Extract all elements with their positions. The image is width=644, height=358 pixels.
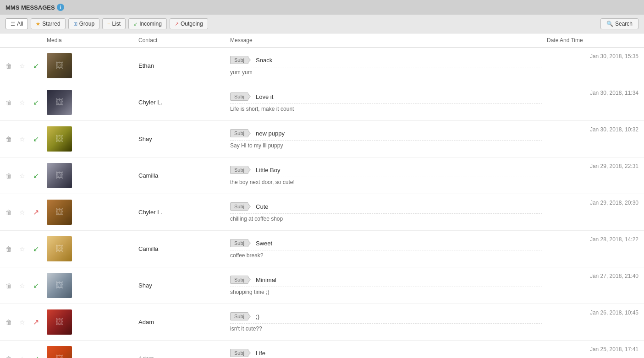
- delete-icon[interactable]: 🗑: [6, 99, 19, 106]
- subject-badge: Subj: [230, 56, 248, 64]
- message-cell: Subj Little Boy the boy next door, so cu…: [230, 166, 547, 185]
- direction-icon: ↙: [33, 135, 47, 143]
- date-time: Jan 29, 2018, 20:30: [547, 199, 638, 206]
- date-time: Jan 25, 2018, 17:41: [547, 345, 638, 353]
- thumb-placeholder: 🖼: [55, 134, 64, 144]
- table-row: 🗑 ☆ ↙ 🖼 Shay Subj new puppy Say Hi to my…: [0, 121, 644, 157]
- subject-line: Subj Sweet: [230, 239, 542, 247]
- all-icon: ☰: [11, 21, 15, 27]
- media-thumbnail[interactable]: 🖼: [47, 163, 72, 188]
- media-thumbnail[interactable]: 🖼: [47, 346, 72, 358]
- star-icon[interactable]: ☆: [19, 136, 33, 143]
- media-thumbnail[interactable]: 🖼: [47, 126, 72, 152]
- date-time: Jan 30, 2018, 11:34: [547, 89, 638, 96]
- media-thumbnail[interactable]: 🖼: [47, 90, 72, 115]
- subject-text: Little Boy: [256, 167, 280, 174]
- message-body: shopping time ;): [230, 287, 542, 295]
- star-icon[interactable]: ☆: [19, 355, 33, 358]
- message-cell: Subj new puppy Say Hi to my lil puppy: [230, 129, 547, 149]
- delete-icon[interactable]: 🗑: [6, 62, 19, 70]
- tab-starred-label: Starred: [42, 21, 60, 27]
- search-button[interactable]: 🔍 Search: [600, 18, 638, 29]
- delete-icon[interactable]: 🗑: [6, 355, 19, 358]
- thumb-placeholder: 🖼: [55, 61, 64, 71]
- media-thumbnail[interactable]: 🖼: [47, 200, 72, 225]
- subject-text: new puppy: [256, 130, 285, 137]
- media-thumbnail[interactable]: 🖼: [47, 236, 72, 261]
- message-cell: Subj Minimal shopping time ;): [230, 276, 547, 295]
- subject-badge: Subj: [230, 92, 248, 101]
- media-thumbnail[interactable]: 🖼: [47, 309, 72, 335]
- message-body: Life is short, make it count: [230, 103, 542, 112]
- subject-badge: Subj: [230, 202, 248, 211]
- header-direction: [33, 37, 47, 43]
- subject-badge: Subj: [230, 349, 248, 357]
- delete-icon[interactable]: 🗑: [6, 136, 19, 143]
- contact-name: Shay: [138, 282, 230, 289]
- header-message: Message: [230, 37, 547, 43]
- media-thumbnail[interactable]: 🖼: [47, 53, 72, 78]
- message-cell: Subj Life look at this lil guy!!: [230, 349, 547, 358]
- tab-list[interactable]: ≡ List: [102, 18, 126, 29]
- subject-text: Snack: [256, 57, 272, 64]
- subject-badge: Subj: [230, 166, 248, 174]
- direction-icon: ↗: [33, 208, 47, 217]
- table-row: 🗑 ☆ ↗ 🖼 Chyler L. Subj Cute chilling at …: [0, 194, 644, 231]
- tab-group-label: Group: [79, 21, 94, 27]
- thumb-placeholder: 🖼: [55, 98, 64, 107]
- table-row: 🗑 ☆ ↙ 🖼 Adam Subj Life look at this lil …: [0, 341, 644, 358]
- delete-icon[interactable]: 🗑: [6, 245, 19, 253]
- star-icon[interactable]: ☆: [19, 245, 33, 253]
- subject-line: Subj Snack: [230, 56, 542, 64]
- star-icon[interactable]: ☆: [19, 99, 33, 106]
- tab-incoming[interactable]: ↙ Incoming: [128, 18, 167, 29]
- thumb-placeholder: 🖼: [55, 354, 64, 358]
- direction-icon: ↗: [33, 318, 47, 326]
- table-row: 🗑 ☆ ↗ 🖼 Adam Subj ;) isn't it cute?? Jan…: [0, 304, 644, 341]
- delete-icon[interactable]: 🗑: [6, 172, 19, 179]
- message-cell: Subj Snack yum yum: [230, 56, 547, 76]
- outgoing-icon: ↗: [175, 21, 179, 27]
- contact-name: Adam: [138, 319, 230, 325]
- date-time: Jan 27, 2018, 21:40: [547, 272, 638, 279]
- star-icon[interactable]: ☆: [19, 319, 33, 326]
- tab-incoming-label: Incoming: [139, 21, 162, 27]
- direction-icon: ↙: [33, 354, 47, 358]
- tab-starred[interactable]: ★ Starred: [31, 18, 65, 29]
- message-body: Say Hi to my lil puppy: [230, 140, 542, 149]
- date-time: Jan 26, 2018, 10:45: [547, 309, 638, 316]
- subject-text: Love it: [256, 93, 273, 100]
- delete-icon[interactable]: 🗑: [6, 209, 19, 216]
- table-row: 🗑 ☆ ↙ 🖼 Chyler L. Subj Love it Life is s…: [0, 84, 644, 121]
- direction-icon: ↙: [33, 171, 47, 180]
- delete-icon[interactable]: 🗑: [6, 319, 19, 326]
- delete-icon[interactable]: 🗑: [6, 282, 19, 289]
- subject-text: Cute: [256, 203, 268, 210]
- star-icon[interactable]: ☆: [19, 282, 33, 289]
- table-row: 🗑 ☆ ↙ 🖼 Camilla Subj Little Boy the boy …: [0, 157, 644, 194]
- direction-icon: ↙: [33, 61, 47, 70]
- subject-badge: Subj: [230, 239, 248, 247]
- date-time: Jan 28, 2018, 14:22: [547, 235, 638, 243]
- subject-text: Sweet: [256, 240, 272, 247]
- tab-group[interactable]: ⊞ Group: [68, 18, 99, 29]
- top-bar: MMS MESSAGES i: [0, 0, 644, 15]
- media-thumbnail[interactable]: 🖼: [47, 273, 72, 298]
- toolbar: ☰ All ★ Starred ⊞ Group ≡ List ↙ Incomin…: [0, 15, 644, 33]
- message-cell: Subj Love it Life is short, make it coun…: [230, 92, 547, 112]
- header-datetime: Date And Time: [547, 37, 638, 43]
- date-time: Jan 30, 2018, 10:32: [547, 125, 638, 133]
- contact-name: Chyler L.: [138, 209, 230, 216]
- subject-badge: Subj: [230, 276, 248, 284]
- message-body: coffee break?: [230, 250, 542, 259]
- rows-container: 🗑 ☆ ↙ 🖼 Ethan Subj Snack yum yum Jan 30,…: [0, 48, 644, 358]
- subject-line: Subj Life: [230, 349, 542, 357]
- star-icon[interactable]: ☆: [19, 209, 33, 216]
- tab-all[interactable]: ☰ All: [6, 18, 28, 29]
- info-icon: i: [57, 4, 64, 11]
- star-icon[interactable]: ☆: [19, 172, 33, 179]
- subject-line: Subj ;): [230, 312, 542, 320]
- subject-text: ;): [256, 313, 259, 320]
- tab-outgoing[interactable]: ↗ Outgoing: [170, 18, 208, 29]
- star-icon[interactable]: ☆: [19, 62, 33, 70]
